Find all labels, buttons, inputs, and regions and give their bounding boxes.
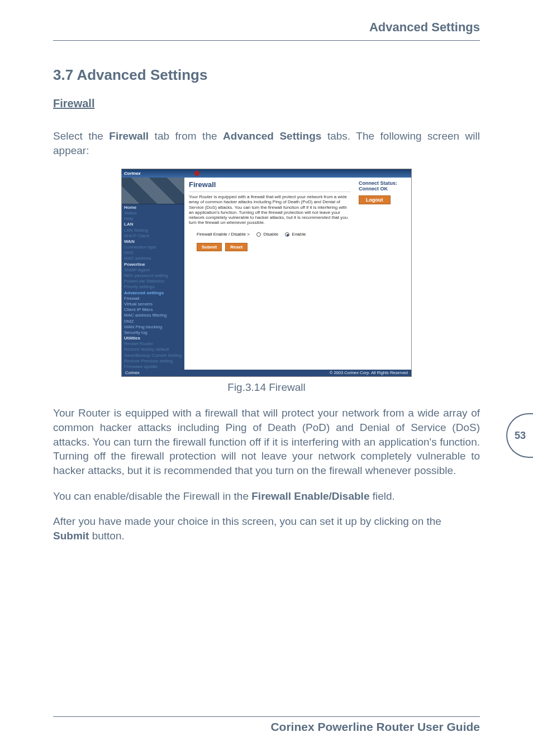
- radio-enable-label: Enable: [292, 232, 306, 237]
- nav-item[interactable]: PowerLine Statistics: [122, 279, 184, 284]
- nav-item[interactable]: Firmware update: [122, 364, 184, 370]
- radio-disable-label: Disable: [263, 232, 278, 237]
- nav-item[interactable]: Restore Previous setting: [122, 358, 184, 363]
- reset-button[interactable]: Reset: [225, 243, 248, 251]
- nav-item[interactable]: Connection type: [122, 245, 184, 250]
- bottom-rule: [53, 716, 480, 717]
- close-icon[interactable]: [194, 171, 199, 176]
- nav-item[interactable]: Help: [122, 216, 184, 222]
- body-para-3: After you have made your choice in this …: [53, 514, 480, 543]
- nav-item[interactable]: Client IP filters: [122, 307, 184, 313]
- nav-item[interactable]: DNS: [122, 250, 184, 256]
- bp2-b1: Firewall Enable/Disable: [251, 490, 369, 502]
- nav-item[interactable]: Save/Backup Current Setting: [122, 352, 184, 358]
- nav-item[interactable]: Home: [122, 204, 184, 210]
- intro-mid: tab from the: [149, 130, 223, 142]
- nav-item[interactable]: Restore factory default: [122, 347, 184, 352]
- ss-panel-title: Firewall: [189, 181, 351, 189]
- ss-brand-thumb: [122, 178, 184, 204]
- bp3-post: button.: [89, 530, 124, 542]
- ss-toggle-label: Firewall Enable / Disable >: [197, 232, 250, 237]
- ss-footer-copy: © 2003 Corinex Corp. All Rights Reserved: [330, 371, 408, 376]
- nav-item[interactable]: DMZ: [122, 318, 184, 324]
- body-para-1: Your Router is equipped with a firewall …: [53, 406, 480, 477]
- radio-disable[interactable]: [256, 232, 261, 237]
- ss-nav[interactable]: HomeStatusHelpLANLAN SettingDHCP ClientW…: [122, 204, 184, 369]
- ss-description: Your Router is equipped with a firewall …: [189, 194, 351, 225]
- nav-item[interactable]: SNMP Agent: [122, 267, 184, 272]
- logout-button[interactable]: Logout: [359, 195, 391, 204]
- bp3-b1: Submit: [53, 530, 89, 542]
- nav-item[interactable]: Powerline: [122, 261, 184, 267]
- nav-item[interactable]: WAN: [122, 238, 184, 244]
- ss-main: Firewall Your Router is equipped with a …: [184, 178, 355, 369]
- screenshot: Corinex HomeStatusHelpLANLAN SettingDHCP…: [121, 169, 412, 377]
- nav-item[interactable]: Security log: [122, 329, 184, 335]
- page-number: 53: [515, 430, 526, 442]
- top-rule: [53, 40, 480, 41]
- ss-footer: Corinex © 2003 Corinex Corp. All Rights …: [122, 370, 411, 377]
- intro-paragraph: Select the Firewall tab from the Advance…: [53, 129, 480, 157]
- nav-item[interactable]: Virtual servers: [122, 301, 184, 307]
- ss-brand: Corinex: [124, 171, 141, 176]
- nav-item[interactable]: Restart Router: [122, 341, 184, 347]
- nav-item[interactable]: LAN Setting: [122, 227, 184, 233]
- footer: Corinex Powerline Router User Guide: [53, 716, 480, 734]
- nav-item[interactable]: Utilities: [122, 336, 184, 341]
- bp2-pre: You can enable/disable the Firewall in t…: [53, 490, 251, 502]
- figure-caption: Fig.3.14 Firewall: [227, 381, 305, 394]
- sub-heading: Firewall: [53, 97, 480, 110]
- nav-item[interactable]: Priority settings: [122, 284, 184, 290]
- nav-item[interactable]: Firewall: [122, 295, 184, 301]
- running-header: Advanced Settings: [53, 17, 480, 37]
- intro-b2: Advanced Settings: [223, 130, 321, 142]
- nav-item[interactable]: DHCP Client: [122, 233, 184, 238]
- nav-item[interactable]: WAN Ping blocking: [122, 324, 184, 329]
- submit-button[interactable]: Submit: [197, 243, 222, 251]
- ss-footer-brand: Corinex: [125, 371, 140, 376]
- bp2-post: field.: [369, 490, 394, 502]
- ss-buttons: Submit Reset: [197, 243, 351, 251]
- section-heading: 3.7 Advanced Settings: [53, 66, 480, 84]
- intro-pre: Select the: [53, 130, 109, 142]
- bp3-pre: After you have made your choice in this …: [53, 515, 441, 527]
- ss-right-panel: Connect Status: Connect OK Logout: [355, 178, 411, 369]
- radio-enable[interactable]: [285, 232, 289, 237]
- nav-item[interactable]: Status: [122, 210, 184, 216]
- nav-item[interactable]: MAC address filtering: [122, 313, 184, 318]
- ss-toggle-row: Firewall Enable / Disable > Disable Enab…: [197, 232, 351, 237]
- figure: Corinex HomeStatusHelpLANLAN SettingDHCP…: [53, 169, 480, 394]
- ss-sidebar: HomeStatusHelpLANLAN SettingDHCP ClientW…: [122, 178, 184, 369]
- nav-item[interactable]: NEK password setting: [122, 273, 184, 279]
- ss-titlebar: Corinex: [122, 169, 411, 178]
- intro-b1: Firewall: [109, 130, 149, 142]
- footer-text: Corinex Powerline Router User Guide: [53, 720, 480, 734]
- ss-hr: [189, 192, 351, 192]
- nav-item[interactable]: LAN: [122, 222, 184, 227]
- nav-item[interactable]: Advanced settings: [122, 290, 184, 295]
- body-para-2: You can enable/disable the Firewall in t…: [53, 489, 480, 504]
- status-value: Connect OK: [359, 186, 408, 192]
- nav-item[interactable]: MAC address: [122, 256, 184, 261]
